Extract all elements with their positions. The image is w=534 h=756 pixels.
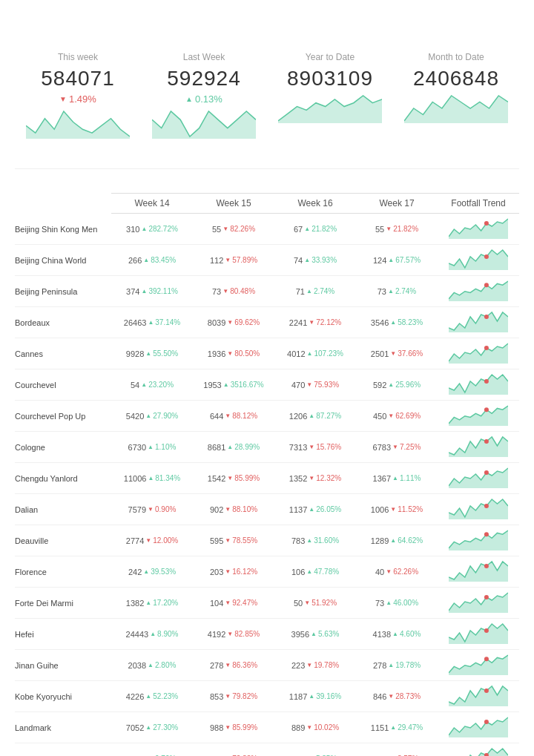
trend-cell [438,404,519,428]
svg-point-25 [484,532,489,536]
week-cell-1: 104▼92.47% [193,599,274,608]
summary-card-0: This week 584071 ▼ 1.49% [15,52,141,139]
arrow-up-icon: ▲ [306,568,312,575]
arrow-up-icon: ▲ [390,319,396,326]
week-number: 104 [210,599,223,608]
week-percent: 17.20% [153,599,178,607]
card-label: This week [22,52,134,62]
trend-sparkline [449,684,508,706]
week-cell-1: 8681▲28.99% [193,443,274,452]
arrow-up-icon: ▲ [145,693,151,700]
table-body: Beijing Shin Kong Men310▲282.72%55▼82.26… [15,214,519,756]
week-percent: 57.89% [232,256,257,264]
week-cell-1: 1953▲3516.67% [193,381,274,389]
week-percent: 25.96% [395,381,421,389]
week-number: 223 [291,661,305,670]
table-row: Kobe Kyoryuchi4226▲52.23%853▼79.82%1187▲… [15,681,519,712]
week-number: 73 [212,287,221,296]
week-cell-2: 50▼51.92% [274,599,356,608]
table-row: Hefei24443▲8.90%4192▼82.85%3956▲5.63%413… [15,619,519,650]
week-number: 8039 [208,318,225,327]
week-percent: 1.11% [400,474,421,482]
week-percent: 39.16% [316,692,341,700]
week-number: 6783 [373,443,391,452]
card-label: Last Week [148,52,260,62]
svg-point-13 [484,346,489,350]
week-cell-2: 2241▼72.12% [274,318,356,327]
trend-cell [438,435,519,459]
week-number: 846 [373,692,386,701]
arrow-down-icon: ▼ [392,444,398,450]
card-value: 584071 [22,67,134,91]
card-value: 592924 [148,67,260,91]
week-cell-2: 3956▲5.63% [274,630,356,639]
week-cell-3: 3546▲58.23% [356,318,438,327]
week-cell-2: 74▲33.93% [274,256,356,265]
week-percent: 67.57% [395,256,421,264]
week-cell-1: 595▼78.55% [193,536,274,545]
svg-marker-10 [449,312,508,332]
branch-name: Beijing China World [15,256,111,265]
week-percent: 58.23% [398,318,423,326]
week-percent: 3516.67% [231,381,264,389]
week-percent: 88.10% [232,505,257,513]
week-number: 1367 [373,474,391,483]
col-header-3: Week 17 [356,198,438,208]
arrow-down-icon: ▼ [227,631,233,637]
week-percent: 75.93% [314,381,339,389]
arrow-up-icon: ▲ [227,444,233,450]
week-percent: 39.53% [151,568,176,576]
week-number: 73 [378,287,386,296]
week-percent: 62.69% [395,412,421,420]
week-cell-0: 374▲392.11% [111,287,193,296]
week-cell-2: 1187▲39.16% [274,692,356,701]
svg-point-15 [484,379,489,384]
arrow-up-icon: ▲ [145,599,151,606]
week-number: 1006 [371,505,389,514]
week-percent: 37.14% [155,318,180,326]
arrow-up-icon: ▲ [388,381,394,388]
week-percent: 4.60% [400,630,421,638]
table-row: Jinan Guihe2038▲2.80%278▼86.36%223▼19.78… [15,650,519,681]
trend-sparkline [449,622,508,644]
week-percent: 8.90% [157,630,178,638]
week-cell-1: 112▼57.89% [193,256,274,265]
svg-point-7 [484,254,489,259]
arrow-up-icon: ▲ [145,350,151,357]
week-number: 902 [210,505,223,514]
week-percent: 87.27% [316,412,341,420]
col-header-1: Week 15 [193,198,274,208]
week-percent: 51.92% [312,599,337,607]
arrow-down-icon: ▼ [222,226,228,232]
arrow-down-icon: ▼ [225,693,231,700]
arrow-down-icon: ▼ [145,537,151,544]
week-number: 1382 [126,599,144,608]
week-percent: 64.62% [398,536,423,545]
arrow-down-icon: ▼ [225,257,231,263]
sparkline-svg [152,109,256,139]
trend-sparkline [449,341,508,364]
branch-name: Cologne [15,443,111,452]
table-row: Las Vegas City Center1829▲0.70%496▼72.88… [15,743,519,756]
week-cell-3: 40▼62.26% [356,568,438,576]
arrow-down-icon: ▼ [386,226,392,232]
arrow-up-icon: ▲ [390,537,396,544]
arrow-up-icon: ▲ [141,381,147,388]
col-header-2: Week 16 [274,198,356,208]
table-row: Chengdu Yanlord11006▲81.34%1542▼85.99%13… [15,463,519,494]
mini-chart [278,93,382,123]
week-number: 4012 [287,349,305,358]
svg-point-29 [484,595,489,599]
trend-sparkline [449,279,508,301]
summary-cards: This week 584071 ▼ 1.49% Last Week 59292… [15,45,519,146]
week-number: 2774 [126,536,144,545]
week-percent: 85.99% [232,723,257,732]
week-cell-2: 1137▲26.05% [274,505,356,514]
week-cell-3: 1367▲1.11% [356,474,438,483]
arrow-up-icon: ▲ [145,412,151,419]
card-value: 2406848 [400,67,512,91]
arrow-up-icon: ▲ [309,693,314,700]
week-percent: 46.00% [393,599,418,607]
arrow-down-icon: ▼ [306,662,312,668]
week-number: 2038 [128,661,146,670]
